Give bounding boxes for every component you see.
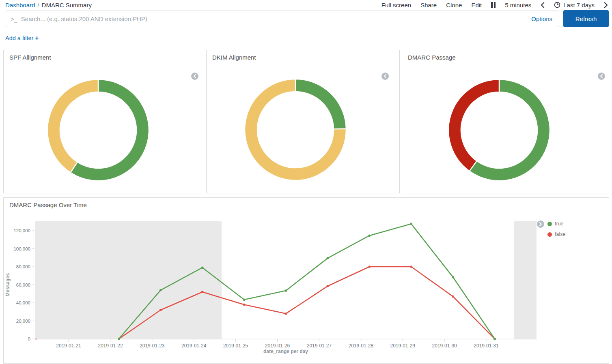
panel-dkim-alignment: DKIM Alignment (206, 50, 400, 193)
search-bar: >_ Options (6, 11, 559, 27)
dashboard-app: Dashboard/DMARC Summary Full screen Shar… (0, 0, 612, 364)
svg-text:2019-01-24: 2019-01-24 (181, 343, 207, 349)
svg-text:80,000: 80,000 (16, 264, 30, 269)
pause-icon (491, 2, 496, 8)
svg-text:Messages: Messages (5, 273, 11, 296)
page-title: DMARC Summary (42, 2, 92, 9)
svg-text:2019-01-21: 2019-01-21 (56, 343, 81, 349)
svg-text:2019-01-22: 2019-01-22 (98, 343, 123, 349)
clone-button[interactable]: Clone (446, 2, 462, 9)
svg-text:120,000: 120,000 (13, 228, 30, 233)
time-forward-button[interactable] (604, 2, 608, 8)
legend-dot (547, 222, 552, 226)
share-button[interactable]: Share (420, 2, 437, 9)
refresh-interval-button[interactable]: 5 minutes (505, 2, 531, 9)
terminal-prompt-icon: >_ (11, 16, 17, 22)
edit-button[interactable]: Edit (471, 2, 482, 9)
svg-text:20,000: 20,000 (16, 319, 30, 323)
panel-title: DKIM Alignment (212, 54, 256, 61)
time-range-button[interactable]: Last 7 days (554, 2, 595, 9)
add-filter-link[interactable]: Add a filter+ (5, 34, 39, 42)
svg-text:2019-01-26: 2019-01-26 (265, 343, 290, 349)
panel-dmarc-passage-over-time: DMARC Passage Over Time 2019-01-212019-0… (3, 197, 609, 364)
svg-text:2019-01-31: 2019-01-31 (474, 343, 499, 349)
panel-title: DMARC Passage (408, 54, 456, 61)
circle-chevron-left-icon[interactable] (381, 73, 389, 80)
breadcrumb: Dashboard/DMARC Summary (5, 2, 92, 9)
chart-legend: truefalse (547, 220, 565, 241)
clock-icon (554, 2, 560, 8)
time-back-button[interactable] (541, 2, 545, 8)
legend-label: false (555, 231, 565, 237)
legend-item-true[interactable]: true (547, 220, 565, 227)
dkim-donut-chart[interactable] (243, 77, 348, 182)
plus-icon: + (35, 34, 39, 41)
svg-text:60,000: 60,000 (16, 283, 30, 287)
svg-text:2019-01-28: 2019-01-28 (349, 343, 374, 349)
fullscreen-button[interactable]: Full screen (381, 2, 411, 9)
svg-text:2019-01-29: 2019-01-29 (390, 343, 416, 349)
top-menu: Full screen Share Clone Edit 5 minutes L… (381, 0, 608, 10)
chevron-left-icon (541, 2, 545, 8)
search-options-link[interactable]: Options (531, 15, 552, 22)
svg-text:2019-01-30: 2019-01-30 (432, 343, 457, 349)
legend-dot (547, 232, 552, 237)
svg-text:2019-01-25: 2019-01-25 (223, 343, 248, 349)
svg-text:date_range per day: date_range per day (263, 349, 308, 354)
dmarc-over-time-line-chart[interactable]: 2019-01-212019-01-222019-01-232019-01-24… (4, 198, 609, 363)
legend-label: true (555, 221, 564, 227)
svg-text:2019-01-23: 2019-01-23 (140, 343, 165, 349)
panel-dmarc-passage: DMARC Passage (402, 50, 609, 193)
panel-spf-alignment: SPF Allignment (3, 50, 202, 193)
circle-chevron-left-icon[interactable] (598, 73, 605, 80)
svg-text:0: 0 (28, 336, 30, 341)
svg-text:2019-01-27: 2019-01-27 (307, 343, 332, 349)
panel-title: SPF Allignment (9, 54, 51, 61)
svg-text:40,000: 40,000 (16, 300, 30, 305)
breadcrumb-dashboard-link[interactable]: Dashboard (5, 2, 35, 9)
legend-item-false[interactable]: false (547, 231, 565, 238)
dmarc-donut-chart[interactable] (446, 77, 552, 183)
circle-chevron-left-icon[interactable] (191, 73, 198, 80)
breadcrumb-separator: / (35, 2, 41, 9)
refresh-button[interactable]: Refresh (563, 10, 609, 27)
chevron-right-icon (604, 2, 608, 8)
search-input[interactable] (21, 15, 531, 22)
circle-chevron-right-icon[interactable] (537, 221, 544, 228)
pause-refresh-button[interactable] (491, 2, 496, 8)
spf-donut-chart[interactable] (45, 77, 151, 183)
svg-text:100,000: 100,000 (13, 246, 30, 251)
